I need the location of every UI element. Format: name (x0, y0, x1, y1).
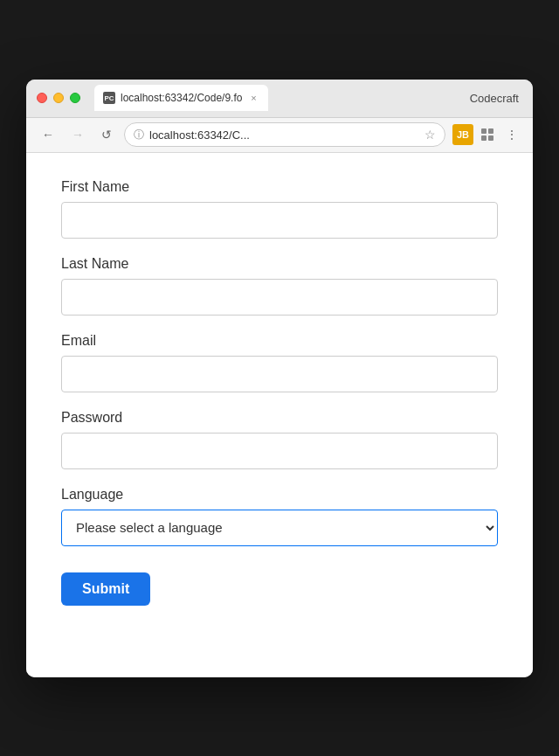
email-input[interactable] (61, 356, 498, 392)
svg-rect-2 (481, 135, 487, 141)
info-icon: ⓘ (134, 128, 144, 142)
first-name-input[interactable] (61, 202, 498, 239)
extensions-button[interactable] (477, 124, 498, 145)
tab-bar: PC localhost:63342/Code/9.fo × (94, 85, 463, 111)
jb-icon-button[interactable]: JB (452, 124, 473, 145)
submit-button[interactable]: Submit (61, 572, 150, 606)
language-label: Language (61, 487, 498, 503)
last-name-label: Last Name (61, 256, 498, 272)
tab-favicon: PC (103, 92, 115, 104)
first-name-group: First Name (61, 179, 498, 239)
svg-rect-1 (488, 128, 493, 134)
forward-button[interactable]: → (66, 124, 89, 145)
nav-icons: JB ⋮ (452, 124, 522, 145)
more-button[interactable]: ⋮ (501, 124, 522, 145)
first-name-label: First Name (61, 179, 498, 195)
svg-rect-3 (488, 135, 493, 141)
title-bar: PC localhost:63342/Code/9.fo × Codecraft (26, 80, 533, 118)
minimize-button[interactable] (53, 93, 64, 103)
app-title: Codecraft (470, 92, 522, 105)
email-group: Email (61, 333, 498, 392)
page-content: First Name Last Name Email Password Lang… (26, 153, 533, 677)
password-input[interactable] (61, 433, 498, 469)
address-bar[interactable]: ⓘ localhost:63342/C... ☆ (124, 122, 445, 147)
password-label: Password (61, 410, 498, 426)
last-name-input[interactable] (61, 279, 498, 316)
close-button[interactable] (37, 93, 47, 103)
tab-close-button[interactable]: × (247, 92, 259, 104)
address-text: localhost:63342/C... (149, 128, 419, 142)
nav-bar: ← → ↺ ⓘ localhost:63342/C... ☆ JB ⋮ (26, 118, 533, 153)
refresh-button[interactable]: ↺ (96, 124, 117, 145)
svg-rect-0 (481, 128, 487, 134)
bookmark-icon[interactable]: ☆ (424, 128, 436, 142)
tab-title: localhost:63342/Code/9.fo (121, 92, 242, 104)
maximize-button[interactable] (70, 93, 80, 103)
language-select[interactable]: Please select a languageEnglishSpanishFr… (61, 510, 498, 546)
browser-window: PC localhost:63342/Code/9.fo × Codecraft… (26, 80, 533, 677)
password-group: Password (61, 410, 498, 469)
back-button[interactable]: ← (37, 124, 59, 145)
extensions-icon (480, 128, 494, 142)
traffic-lights (37, 93, 80, 103)
email-label: Email (61, 333, 498, 349)
active-tab[interactable]: PC localhost:63342/Code/9.fo × (94, 85, 268, 111)
last-name-group: Last Name (61, 256, 498, 316)
language-group: Language Please select a languageEnglish… (61, 487, 498, 546)
